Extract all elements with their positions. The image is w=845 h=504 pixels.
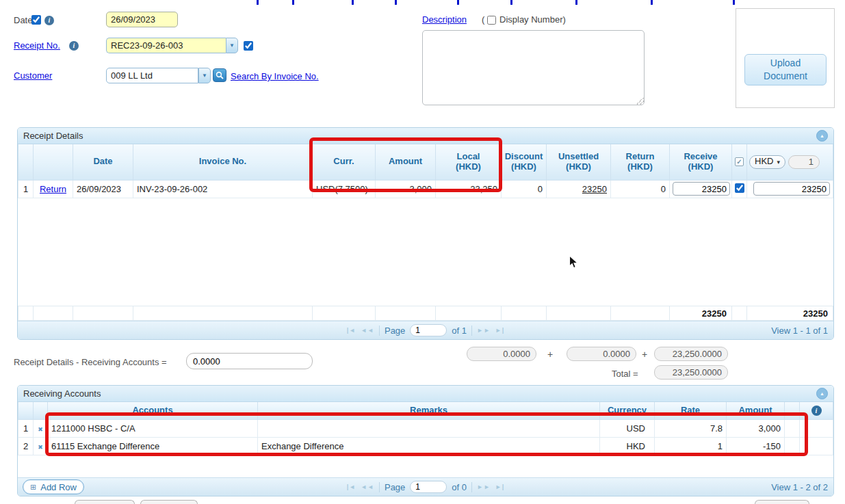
display-number-label: Display Number): [499, 14, 566, 25]
col-select: ✓: [732, 144, 747, 180]
top-edge-tick: [651, 0, 653, 5]
currency-select[interactable]: HKD ▾: [749, 155, 785, 169]
row-number: 1: [18, 180, 34, 198]
select-all-checkbox[interactable]: ✓: [735, 157, 744, 166]
cell-discount: 0: [502, 180, 547, 198]
cell-amount[interactable]: -150: [727, 437, 785, 455]
info-icon[interactable]: i: [811, 406, 822, 416]
cell-rate[interactable]: 1: [655, 437, 727, 455]
collapse-panel-icon[interactable]: ▲: [816, 388, 828, 399]
cell-account[interactable]: 61115 Exchange Difference: [48, 437, 258, 455]
receipt-detail-row: 1 Return 26/09/2023 INV-23-09-26-002 USD…: [18, 180, 833, 198]
unsettled-link[interactable]: 23250: [582, 184, 607, 194]
pager-last-icon[interactable]: ►|: [495, 327, 504, 334]
col-local-hkd[interactable]: Local (HKD): [436, 144, 502, 180]
customer-input[interactable]: [106, 68, 198, 83]
display-number-checkbox[interactable]: [487, 16, 496, 25]
cell-remarks[interactable]: [258, 419, 600, 437]
receipt-no-info-icon[interactable]: i: [69, 41, 79, 51]
pager-last-icon[interactable]: ►|: [495, 483, 504, 490]
col-return-hkd[interactable]: Return (HKD): [611, 144, 670, 180]
date-info-icon[interactable]: i: [44, 16, 54, 25]
plus-sign: +: [547, 349, 553, 360]
top-edge-tick: [457, 0, 459, 5]
row-select-checkbox[interactable]: [735, 183, 744, 193]
col-accounts[interactable]: Accounts: [48, 402, 258, 419]
search-by-invoice-link[interactable]: Search By Invoice No.: [231, 71, 319, 81]
sum-return-input: [567, 347, 636, 361]
delete-row-icon[interactable]: ✖: [38, 426, 43, 433]
col-rate[interactable]: Rate: [655, 402, 727, 419]
pager-first-icon[interactable]: |◄: [347, 483, 356, 490]
difference-label: Receipt Details - Receiving Accounts =: [14, 357, 167, 367]
col-date[interactable]: Date: [73, 144, 133, 180]
cell-remarks[interactable]: Exchange Difference: [258, 437, 600, 455]
cutoff-button[interactable]: [755, 500, 809, 504]
receipt-no-input[interactable]: [106, 38, 226, 53]
receive-currency-input[interactable]: [753, 182, 830, 196]
receipt-no-dropdown-button[interactable]: ▼: [226, 38, 238, 53]
cell-blank: [785, 419, 800, 437]
cutoff-button[interactable]: [140, 500, 198, 504]
receipt-details-header: Receipt Details ▲: [18, 128, 833, 144]
cell-account[interactable]: 1211000 HSBC - C/A: [48, 419, 258, 437]
total-receive-currency: 23250: [747, 306, 833, 321]
receipt-details-grid: Date Invoice No. Curr. Amount Local (HKD…: [18, 144, 833, 198]
cell-amount[interactable]: 3,000: [727, 419, 785, 437]
col-discount-hkd[interactable]: Discount (HKD): [502, 144, 547, 180]
col-amount[interactable]: Amount: [727, 402, 785, 419]
cell-currency[interactable]: HKD: [600, 437, 655, 455]
pager-page-input[interactable]: [410, 324, 447, 336]
receiving-accounts-header: Receiving Accounts ▲: [18, 386, 833, 402]
grid-header-row: Date Invoice No. Curr. Amount Local (HKD…: [18, 144, 833, 180]
pager-separator: [471, 326, 472, 336]
receipt-no-link[interactable]: Receipt No.: [14, 40, 60, 51]
receive-input[interactable]: [673, 182, 730, 196]
col-remarks[interactable]: Remarks: [258, 402, 600, 419]
date-input[interactable]: [106, 12, 178, 27]
col-receive-hkd[interactable]: Receive (HKD): [670, 144, 732, 180]
cell-curr: USD(7.7500): [313, 180, 376, 198]
pager-separator: [471, 482, 472, 492]
cell-local: 23,250: [436, 180, 502, 198]
col-curr[interactable]: Curr.: [313, 144, 376, 180]
textarea-resize-handle[interactable]: [637, 98, 644, 105]
search-icon-button[interactable]: [213, 68, 226, 82]
top-edge-tick: [292, 0, 294, 5]
customer-dropdown-button[interactable]: ▼: [198, 68, 211, 83]
col-currency[interactable]: Currency: [600, 402, 655, 419]
row-number: 2: [18, 437, 34, 455]
pager-next-icon[interactable]: ►►: [477, 327, 491, 334]
currency-rate-input: [788, 155, 820, 169]
description-link[interactable]: Description: [422, 14, 467, 25]
delete-row-icon[interactable]: ✖: [38, 444, 43, 451]
receipt-no-checkbox[interactable]: [244, 41, 253, 51]
pager-prev-icon[interactable]: ◄◄: [361, 327, 374, 334]
date-checkbox[interactable]: [31, 15, 41, 25]
cell-currency[interactable]: USD: [600, 419, 655, 437]
cell-return: 0: [611, 180, 670, 198]
receiving-accounts-pager: ⊞ Add Row |◄ ◄◄ Page of 0 ►► ►| View 1 -…: [18, 477, 833, 496]
return-link[interactable]: Return: [40, 184, 66, 194]
difference-input[interactable]: [186, 353, 313, 369]
pager-prev-icon[interactable]: ◄◄: [361, 483, 374, 490]
customer-link[interactable]: Customer: [14, 70, 52, 81]
col-amount[interactable]: Amount: [376, 144, 436, 180]
col-invoice-no[interactable]: Invoice No.: [133, 144, 313, 180]
pager-page-input[interactable]: [410, 481, 447, 493]
col-action: [34, 144, 73, 180]
col-rownum: [18, 402, 34, 419]
upload-document-box: Upload Document: [736, 8, 835, 108]
col-blank: [785, 402, 800, 419]
collapse-panel-icon[interactable]: ▲: [816, 130, 828, 142]
receipt-details-title: Receipt Details: [23, 131, 83, 141]
description-textarea[interactable]: [422, 30, 645, 105]
pager-first-icon[interactable]: |◄: [347, 327, 356, 334]
col-unsettled-hkd[interactable]: Unsettled (HKD): [547, 144, 611, 180]
top-edge-tick: [395, 0, 397, 5]
pager-next-icon[interactable]: ►►: [477, 483, 491, 490]
cutoff-button[interactable]: [75, 500, 135, 504]
receiving-accounts-grid: Accounts Remarks Currency Rate Amount i …: [18, 402, 833, 455]
upload-document-button[interactable]: Upload Document: [744, 54, 827, 85]
cell-rate[interactable]: 7.8: [655, 419, 727, 437]
